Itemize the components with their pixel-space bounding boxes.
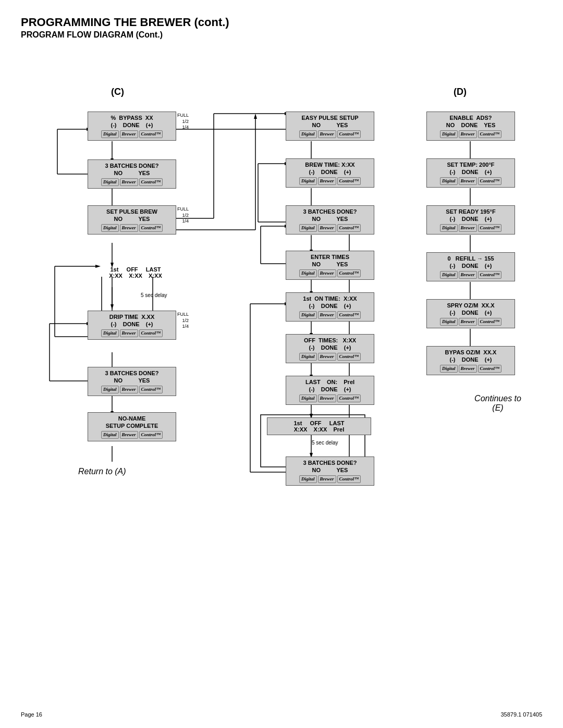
batches4-line2: NO YES xyxy=(289,466,371,474)
bypas-box: BYPAS OZ/M XX.X (-) DONE (+) Digital Bre… xyxy=(426,346,515,375)
last-off-row: 1st OFF LAST X:XX X:XX PreI xyxy=(267,417,371,435)
no-name-logo: Digital Brewer Control™ xyxy=(91,431,173,439)
page: PROGRAMMING THE BREWER (cont.) PROGRAM F… xyxy=(0,0,563,728)
off-times-box: OFF TIMES: X:XX (-) DONE (+) Digital Bre… xyxy=(286,334,374,363)
on-time-line1: 1st ON TIME: X:XX xyxy=(289,295,371,302)
timing-row: 1st OFF LAST X:XX X:XX X:XX xyxy=(83,266,188,279)
set-temp-line1: SET TEMP: 200°F xyxy=(430,161,511,168)
refill-line2: (-) DONE (+) xyxy=(430,262,511,269)
batches1-line1: 3 BATCHES DONE? xyxy=(91,162,173,169)
logo-brewer: Brewer xyxy=(120,130,138,139)
bypass-line1: % BYPASS XX xyxy=(91,114,173,121)
batches3-line1: 3 BATCHES DONE? xyxy=(289,208,371,215)
delay-label-2: 5 sec delay xyxy=(312,440,338,446)
logo-control: Control™ xyxy=(139,130,163,139)
svg-marker-10 xyxy=(111,304,114,310)
batches3-box: 3 BATCHES DONE? NO YES Digital Brewer Co… xyxy=(286,205,374,235)
page-number: Page 16 xyxy=(21,711,42,718)
batches4-box: 3 BATCHES DONE? NO YES Digital Brewer Co… xyxy=(286,456,374,486)
on-time-box: 1st ON TIME: X:XX (-) DONE (+) Digital B… xyxy=(286,292,374,322)
continues-e-label: Continues to(E) xyxy=(454,394,542,413)
enable-ads-box: ENABLE ADS? NO DONE YES Digital Brewer C… xyxy=(426,112,515,141)
set-temp-logo: Digital Brewer Control™ xyxy=(430,177,511,186)
full-label-1: FULL1/21/4 xyxy=(177,113,189,131)
last-on-logo: Digital Brewer Control™ xyxy=(289,394,371,403)
last-on-line2: (-) DONE (+) xyxy=(289,386,371,393)
enable-ads-line1: ENABLE ADS? xyxy=(430,114,511,121)
batches1-logo: Digital Brewer Control™ xyxy=(91,178,173,187)
off-times-logo: Digital Brewer Control™ xyxy=(289,353,371,361)
section-d-label: (D) xyxy=(454,87,467,97)
drip-logo: Digital Brewer Control™ xyxy=(91,329,173,338)
spry-box: SPRY OZ/M XX.X (-) DONE (+) Digital Brew… xyxy=(426,299,515,328)
batches3-line2: NO YES xyxy=(289,215,371,223)
brew-time-box: BREW TIME: X:XX (-) DONE (+) Digital Bre… xyxy=(286,158,374,188)
brew-time-logo: Digital Brewer Control™ xyxy=(289,177,371,186)
set-pulse-line1: SET PULSE BREW xyxy=(91,208,173,215)
full-label-2: FULL1/21/4 xyxy=(177,206,189,225)
batches1-box: 3 BATCHES DONE? NO YES Digital Brewer Co… xyxy=(88,159,176,189)
enter-times-logo: Digital Brewer Control™ xyxy=(289,269,371,278)
doc-number: 35879.1 071405 xyxy=(500,711,542,718)
off-times-line2: (-) DONE (+) xyxy=(289,344,371,351)
batches4-line1: 3 BATCHES DONE? xyxy=(289,459,371,466)
refill-logo: Digital Brewer Control™ xyxy=(430,271,511,279)
page-title: PROGRAMMING THE BREWER (cont.) xyxy=(21,16,542,29)
set-ready-logo: Digital Brewer Control™ xyxy=(430,224,511,232)
bypas-line2: (-) DONE (+) xyxy=(430,356,511,363)
section-c-label: (C) xyxy=(111,87,124,97)
no-name-line2: SETUP COMPLETE xyxy=(91,422,173,429)
last-on-line1: LAST ON: PreI xyxy=(289,378,371,386)
enable-ads-line2: NO DONE YES xyxy=(430,121,511,129)
drip-line1: DRIP TIME X.XX xyxy=(91,313,173,320)
off-times-line1: OFF TIMES: X:XX xyxy=(289,337,371,344)
easy-pulse-box: EASY PULSE SETUP NO YES Digital Brewer C… xyxy=(286,112,374,141)
svg-marker-6 xyxy=(254,114,257,119)
set-ready-box: SET READY 195°F (-) DONE (+) Digital Bre… xyxy=(426,205,515,235)
no-name-box: NO-NAME SETUP COMPLETE Digital Brewer Co… xyxy=(88,412,176,441)
enable-ads-logo: Digital Brewer Control™ xyxy=(430,130,511,139)
drip-time-box: DRIP TIME X.XX (-) DONE (+) Digital Brew… xyxy=(88,311,176,340)
easy-pulse-logo: Digital Brewer Control™ xyxy=(289,130,371,139)
set-temp-box: SET TEMP: 200°F (-) DONE (+) Digital Bre… xyxy=(426,158,515,188)
enter-times-line1: ENTER TIMES xyxy=(289,253,371,261)
full-label-3: FULL1/21/4 xyxy=(177,312,189,330)
batches2-line2: NO YES xyxy=(91,377,173,384)
batches2-line1: 3 BATCHES DONE? xyxy=(91,369,173,377)
drip-line2: (-) DONE (+) xyxy=(91,320,173,328)
enter-times-line2: NO YES xyxy=(289,261,371,268)
easy-pulse-line1: EASY PULSE SETUP xyxy=(289,114,371,121)
spry-line2: (-) DONE (+) xyxy=(430,309,511,316)
brew-time-line1: BREW TIME: X:XX xyxy=(289,161,371,168)
set-ready-line1: SET READY 195°F xyxy=(430,208,511,215)
set-temp-line2: (-) DONE (+) xyxy=(430,168,511,176)
bypass-logo: Digital Brewer Control™ xyxy=(91,130,173,139)
batches2-logo: Digital Brewer Control™ xyxy=(91,386,173,394)
spry-logo: Digital Brewer Control™ xyxy=(430,318,511,326)
bypas-logo: Digital Brewer Control™ xyxy=(430,365,511,373)
logo-digital: Digital xyxy=(101,130,119,139)
refill-line1: 0 REFILL → 155 xyxy=(430,255,511,262)
batches2-box: 3 BATCHES DONE? NO YES Digital Brewer Co… xyxy=(88,367,176,396)
page-subtitle: PROGRAM FLOW DIAGRAM (Cont.) xyxy=(21,30,542,40)
bypass-box: % BYPASS XX (-) DONE (+) Digital Brewer … xyxy=(88,112,176,141)
set-ready-line2: (-) DONE (+) xyxy=(430,215,511,223)
on-time-line2: (-) DONE (+) xyxy=(289,302,371,310)
spry-line1: SPRY OZ/M XX.X xyxy=(430,302,511,309)
bypass-line2: (-) DONE (+) xyxy=(91,121,173,129)
set-pulse-logo: Digital Brewer Control™ xyxy=(91,224,173,232)
set-pulse-line2: NO YES xyxy=(91,215,173,223)
delay-label-1: 5 sec delay xyxy=(141,292,167,298)
diagram-area: (C) (D) % BYPASS XX (-) DONE (+) Digital… xyxy=(21,50,542,712)
enter-times-box: ENTER TIMES NO YES Digital Brewer Contro… xyxy=(286,251,374,280)
page-footer: Page 16 35879.1 071405 xyxy=(21,711,542,718)
bypas-line1: BYPAS OZ/M XX.X xyxy=(430,349,511,356)
brew-time-line2: (-) DONE (+) xyxy=(289,168,371,176)
easy-pulse-line2: NO YES xyxy=(289,121,371,129)
on-time-logo: Digital Brewer Control™ xyxy=(289,311,371,319)
batches3-logo: Digital Brewer Control™ xyxy=(289,224,371,232)
refill-box: 0 REFILL → 155 (-) DONE (+) Digital Brew… xyxy=(426,252,515,281)
batches4-logo: Digital Brewer Control™ xyxy=(289,475,371,484)
no-name-line1: NO-NAME xyxy=(91,415,173,422)
return-a-label: Return to (A) xyxy=(78,467,126,476)
